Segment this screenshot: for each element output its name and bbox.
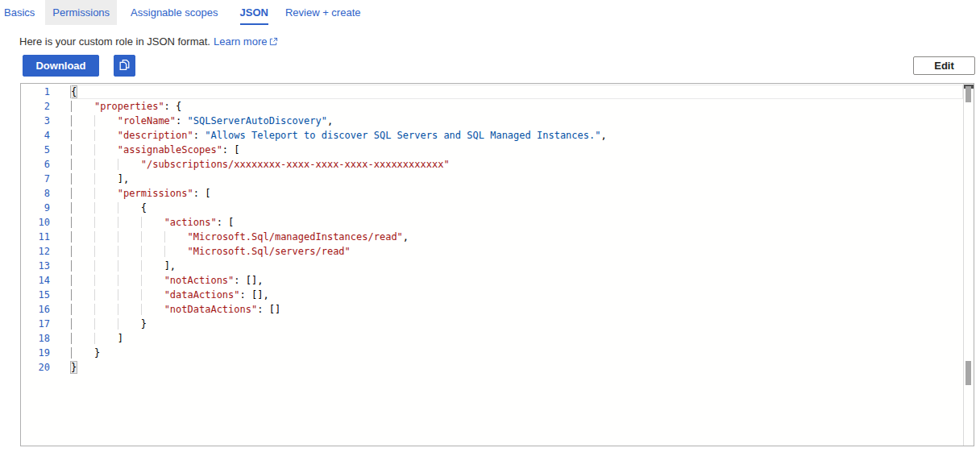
ruler-bracket-mark-top xyxy=(965,86,971,102)
line-number: 5 xyxy=(21,143,50,157)
code-line[interactable]: 16 "notDataActions": [] xyxy=(21,302,974,317)
copy-icon xyxy=(118,58,131,74)
code-line[interactable]: 5 "assignableScopes": [ xyxy=(21,143,974,157)
external-link-icon xyxy=(269,36,278,48)
code-line[interactable]: 4 "description": "Allows Teleport to dis… xyxy=(21,128,974,143)
code-line-text: } xyxy=(71,360,77,375)
line-number: 8 xyxy=(21,186,50,201)
code-line-text: } xyxy=(71,346,100,360)
json-code-editor[interactable]: 1{2 "properties": {3 "roleName": "SQLSer… xyxy=(20,83,974,446)
line-number: 20 xyxy=(21,360,50,375)
code-line[interactable]: 1{ xyxy=(21,85,974,99)
line-number: 9 xyxy=(21,201,50,215)
subtitle: Here is your custom role in JSON format.… xyxy=(19,35,278,48)
code-line-text: ], xyxy=(71,172,129,186)
code-line-text: "dataActions": [], xyxy=(71,288,269,302)
current-line-highlight xyxy=(71,85,963,99)
code-line-text: ] xyxy=(71,331,123,346)
code-line-text: "notDataActions": [] xyxy=(71,302,280,317)
code-line[interactable]: 13 ], xyxy=(21,259,974,273)
code-line-text: { xyxy=(71,85,77,99)
tab-bar: Basics Permissions Assignable scopes JSO… xyxy=(0,0,360,25)
code-line-text: "notActions": [], xyxy=(71,273,263,288)
line-number: 3 xyxy=(21,114,50,128)
code-line-text: ], xyxy=(71,259,176,273)
tab-json[interactable]: JSON xyxy=(240,0,268,25)
learn-more-link[interactable]: Learn more xyxy=(214,35,278,48)
code-line-text: "assignableScopes": [ xyxy=(71,143,240,157)
code-lines: 1{2 "properties": {3 "roleName": "SQLSer… xyxy=(21,84,974,375)
line-number: 19 xyxy=(21,346,50,360)
line-number: 12 xyxy=(21,244,50,259)
tab-permissions[interactable]: Permissions xyxy=(45,0,117,25)
code-line[interactable]: 17 } xyxy=(21,317,974,331)
code-line-text: "actions": [ xyxy=(71,215,234,230)
code-line[interactable]: 12 "Microsoft.Sql/servers/read" xyxy=(21,244,974,259)
line-number: 18 xyxy=(21,331,50,346)
code-line[interactable]: 6 "/subscriptions/xxxxxxxx-xxxx-xxxx-xxx… xyxy=(21,157,974,172)
code-line[interactable]: 3 "roleName": "SQLServerAutoDiscovery", xyxy=(21,114,974,128)
line-number: 16 xyxy=(21,302,50,317)
code-line-text: } xyxy=(71,317,147,331)
tab-assignable-scopes-label: Assignable scopes xyxy=(131,6,218,19)
code-line-text: { xyxy=(71,201,147,215)
code-line[interactable]: 9 { xyxy=(21,201,974,215)
code-line[interactable]: 20} xyxy=(21,360,974,375)
code-line[interactable]: 7 ], xyxy=(21,172,974,186)
download-button[interactable]: Download xyxy=(23,55,99,77)
code-line[interactable]: 15 "dataActions": [], xyxy=(21,288,974,302)
line-number: 17 xyxy=(21,317,50,331)
code-line-text: "description": "Allows Teleport to disco… xyxy=(71,128,607,143)
line-number: 14 xyxy=(21,273,50,288)
tab-permissions-label: Permissions xyxy=(52,6,110,19)
code-line[interactable]: 11 "Microsoft.Sql/managedInstances/read"… xyxy=(21,230,974,244)
tab-review-create-label: Review + create xyxy=(285,6,361,19)
line-number: 10 xyxy=(21,215,50,230)
line-number: 7 xyxy=(21,172,50,186)
copy-button[interactable] xyxy=(114,55,135,77)
line-number: 1 xyxy=(21,85,50,99)
code-line-text: "/subscriptions/xxxxxxxx-xxxx-xxxx-xxxx-… xyxy=(71,157,450,172)
code-line-text: "properties": { xyxy=(71,99,181,114)
code-line-text: "permissions": [ xyxy=(71,186,210,201)
overview-ruler[interactable] xyxy=(963,84,974,446)
tab-basics[interactable]: Basics xyxy=(4,0,35,25)
code-line[interactable]: 14 "notActions": [], xyxy=(21,273,974,288)
code-line-text: "Microsoft.Sql/managedInstances/read", xyxy=(71,230,409,244)
code-line[interactable]: 2 "properties": { xyxy=(21,99,974,114)
ruler-bracket-mark-bottom xyxy=(965,361,971,385)
line-number: 13 xyxy=(21,259,50,273)
line-number: 11 xyxy=(21,230,50,244)
code-line[interactable]: 10 "actions": [ xyxy=(21,215,974,230)
code-line[interactable]: 19 } xyxy=(21,346,974,360)
tab-basics-label: Basics xyxy=(4,6,35,19)
line-number: 6 xyxy=(21,157,50,172)
code-line-text: "Microsoft.Sql/servers/read" xyxy=(71,244,351,259)
line-number: 15 xyxy=(21,288,50,302)
edit-button[interactable]: Edit xyxy=(913,56,975,75)
learn-more-label: Learn more xyxy=(214,35,267,48)
line-number: 4 xyxy=(21,128,50,143)
code-line[interactable]: 18 ] xyxy=(21,331,974,346)
line-number: 2 xyxy=(21,99,50,114)
code-line[interactable]: 8 "permissions": [ xyxy=(21,186,974,201)
tab-assignable-scopes[interactable]: Assignable scopes xyxy=(131,0,218,25)
code-line-text: "roleName": "SQLServerAutoDiscovery", xyxy=(71,114,333,128)
subtitle-text: Here is your custom role in JSON format. xyxy=(19,35,210,48)
tab-json-label: JSON xyxy=(240,1,268,25)
tab-review-create[interactable]: Review + create xyxy=(285,0,361,25)
